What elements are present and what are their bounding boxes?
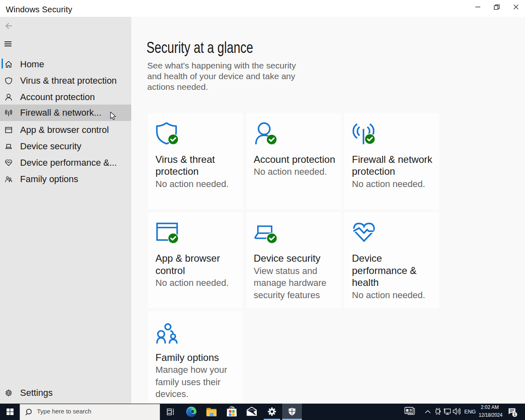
svg-text:1: 1	[514, 412, 516, 417]
